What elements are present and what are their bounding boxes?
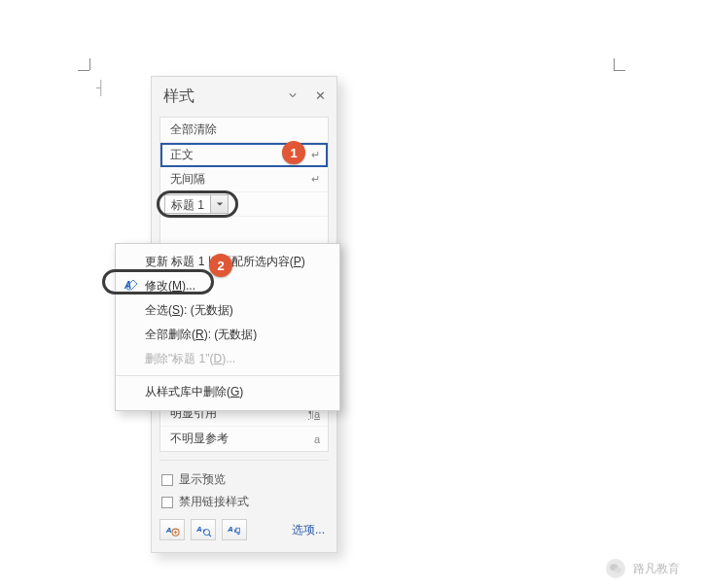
svg-text:A: A <box>165 526 172 535</box>
svg-text:Aᵧ: Aᵧ <box>227 525 237 534</box>
pane-close-icon[interactable]: ✕ <box>313 88 327 102</box>
watermark: 路凡教育 <box>606 559 680 578</box>
style-no-spacing[interactable]: 无间隔 ↵ <box>160 167 328 192</box>
callout-badge-1: 1 <box>282 141 305 164</box>
watermark-text: 路凡教育 <box>633 561 680 577</box>
manage-styles-button[interactable]: Aᵧ <box>222 519 247 540</box>
modify-icon: A <box>124 278 139 294</box>
style-heading-1-row: 标题 1 <box>160 192 328 217</box>
checkbox-icon[interactable] <box>161 474 173 486</box>
wechat-icon <box>606 559 625 578</box>
svg-text:Aᵧ: Aᵧ <box>195 525 206 534</box>
options-link[interactable]: 选项... <box>292 522 325 538</box>
style-label: 正文 <box>170 147 194 163</box>
menu-remove-from-gallery[interactable]: 从样式库中删除(G) <box>116 375 339 404</box>
style-label: 无间隔 <box>170 171 205 188</box>
paragraph-icon: ↵ <box>311 149 320 161</box>
menu-modify[interactable]: A 修改(M)... <box>116 274 339 298</box>
menu-delete-style: 删除"标题 1"(D)... <box>116 347 339 371</box>
chevron-down-icon[interactable] <box>210 195 228 213</box>
svg-point-8 <box>615 568 621 573</box>
style-label: 标题 1 <box>165 195 210 213</box>
style-heading-1-combo[interactable]: 标题 1 <box>164 194 229 214</box>
inspect-style-button[interactable]: Aᵧ <box>191 519 216 540</box>
svg-rect-5 <box>236 528 240 532</box>
callout-badge-2: 2 <box>209 254 232 277</box>
checkbox-icon[interactable] <box>161 497 173 508</box>
menu-delete-all[interactable]: 全部删除(R): (无数据) <box>116 323 339 347</box>
paragraph-icon: ↵ <box>311 173 320 186</box>
divider <box>159 460 329 461</box>
pane-title: 样式 <box>163 86 194 107</box>
char-icon: a <box>314 433 320 445</box>
style-subtle-reference[interactable]: 不明显参考 a <box>160 427 328 451</box>
checkbox-label: 禁用链接样式 <box>179 494 249 510</box>
text-cursor <box>100 80 102 97</box>
crop-mark-top-right <box>608 58 625 76</box>
show-preview-checkbox-row[interactable]: 显示预览 <box>161 468 329 491</box>
disable-linked-checkbox-row[interactable]: 禁用链接样式 <box>161 491 329 513</box>
pane-dropdown-icon[interactable] <box>286 88 300 102</box>
new-style-button[interactable]: A <box>159 519 185 540</box>
style-label: 不明显参考 <box>170 431 229 447</box>
menu-select-all[interactable]: 全选(S): (无数据) <box>116 298 339 323</box>
style-clear-all[interactable]: 全部清除 <box>160 118 328 143</box>
pane-header: 样式 ✕ <box>152 77 336 113</box>
checkbox-label: 显示预览 <box>179 471 226 488</box>
crop-mark-top-left <box>78 58 95 76</box>
style-label: 全部清除 <box>170 121 217 138</box>
